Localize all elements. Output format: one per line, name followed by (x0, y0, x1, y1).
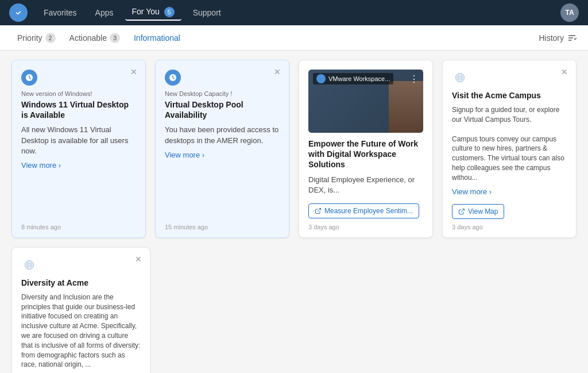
card-windows11: ✕ New version of Windows! Windows 11 Vir… (11, 60, 146, 238)
map-external-icon (458, 208, 465, 215)
video-channel-info: VMware Workspace... (313, 73, 393, 84)
nav-item-favorites[interactable]: Favorites (37, 6, 84, 20)
windows11-link[interactable]: View more › (21, 161, 136, 170)
card-video: ✕ VMware Workspace... ⋮ Empower the Futu… (299, 60, 433, 238)
nav-item-support[interactable]: Support (186, 6, 228, 20)
external-link-icon (315, 207, 322, 214)
user-avatar[interactable]: TA (560, 3, 579, 22)
video-title: Empower the Future of Work with Digital … (308, 139, 423, 170)
top-navigation: Favorites Apps For You 5 Support TA (0, 0, 588, 25)
cards-row-1: ✕ New version of Windows! Windows 11 Vir… (11, 60, 577, 238)
history-icon (567, 33, 577, 43)
close-windows11[interactable]: ✕ (128, 66, 140, 78)
card-acme-campus: ✕ Visit the Acme Campus Signup for a gui… (442, 60, 577, 238)
diversity-icon (21, 257, 37, 273)
history-button[interactable]: History (539, 33, 577, 43)
card-diversity: ✕ Diversity at Acme Diversity and Inclus… (11, 247, 150, 373)
diversity-body: Diversity and Inclusion are the principl… (21, 293, 141, 370)
windows11-title: Windows 11 Virtual Desktop is Available (21, 99, 136, 120)
measure-sentiment-button[interactable]: Measure Employee Sentim... (308, 203, 419, 218)
desktop-pool-label: New Desktop Capacity ! (165, 90, 280, 97)
view-map-button[interactable]: View Map (452, 204, 504, 219)
windows11-time: 8 minutes ago (21, 224, 61, 230)
content-area: ✕ New version of Windows! Windows 11 Vir… (0, 51, 588, 373)
video-channel-icon (316, 74, 326, 83)
cards-row-2: ✕ Diversity at Acme Diversity and Inclus… (11, 247, 577, 373)
subnav-informational[interactable]: Informational (128, 31, 186, 45)
card-desktop-pool: ✕ New Desktop Capacity ! Virtual Desktop… (155, 60, 289, 238)
desktop-pool-link[interactable]: View more › (165, 151, 280, 159)
video-body: Digital Employee Experience, or DEX, is.… (308, 175, 423, 195)
desktop-pool-time: 15 minutes ago (165, 224, 208, 230)
nav-item-apps[interactable]: Apps (88, 6, 121, 20)
empty-space (160, 247, 577, 373)
app-logo[interactable] (9, 3, 28, 22)
windows11-label: New version of Windows! (21, 90, 136, 97)
close-acme-campus[interactable]: ✕ (559, 66, 570, 78)
nav-item-foryou[interactable]: For You 5 (125, 5, 181, 21)
svg-point-0 (14, 8, 24, 18)
video-channel-name: VMware Workspace... (328, 75, 390, 82)
actionable-badge: 3 (110, 33, 120, 43)
sub-navigation: Priority 2 Actionable 3 Informational Hi… (0, 25, 588, 51)
campus-icon (452, 70, 468, 86)
campus-title: Visit the Acme Campus (452, 90, 567, 101)
video-menu-icon[interactable]: ⋮ (409, 74, 419, 84)
video-thumbnail[interactable]: VMware Workspace... ⋮ (308, 70, 423, 133)
desktop-pool-body: You have been provided access to desktop… (165, 125, 280, 145)
foryou-badge: 5 (164, 7, 175, 17)
campus-body: Signup for a guided tour, or explore our… (452, 105, 567, 182)
priority-badge: 2 (45, 33, 56, 43)
diversity-title: Diversity at Acme (21, 278, 141, 288)
campus-link[interactable]: View more › (452, 187, 567, 196)
windows11-body: All new Windows 11 Virtual Desktop is av… (21, 125, 136, 156)
desktop-pool-icon (165, 70, 181, 86)
close-desktop-pool[interactable]: ✕ (272, 66, 283, 78)
subnav-actionable[interactable]: Actionable 3 (64, 30, 126, 45)
campus-time: 3 days ago (452, 224, 483, 230)
desktop-pool-title: Virtual Desktop Pool Availability (165, 99, 280, 120)
video-time: 3 days ago (308, 224, 339, 230)
windows11-icon (21, 70, 37, 86)
subnav-priority[interactable]: Priority 2 (11, 30, 61, 45)
close-diversity[interactable]: ✕ (133, 253, 144, 265)
